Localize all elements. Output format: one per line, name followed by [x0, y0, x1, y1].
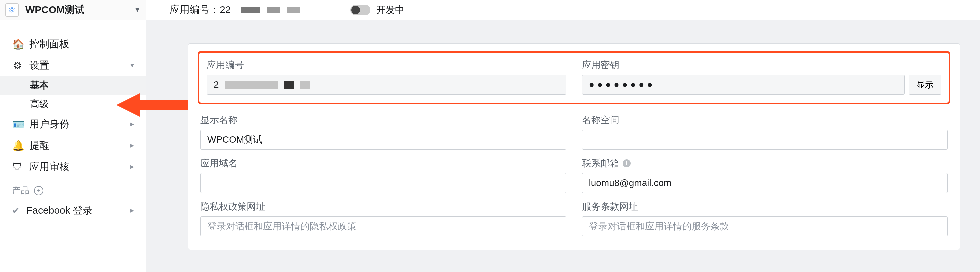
app-secret-readonly[interactable]: ●●●●●●●●	[582, 75, 905, 94]
top-header: ⚛ WPCOM测试 ▼ 应用编号：22 开发中	[0, 0, 980, 20]
dev-mode-toggle[interactable]	[350, 5, 370, 15]
sidebar-sub-label: 基本	[30, 79, 49, 92]
credentials-highlight: 应用编号 2 应用密钥 ●●●●●●●● 显示	[197, 51, 950, 104]
sidebar-item-alerts[interactable]: 🔔 提醒 ▸	[0, 135, 146, 156]
sidebar-label: Facebook 登录	[26, 204, 93, 217]
check-circle-icon: ✔	[12, 205, 20, 216]
settings-panel: 应用编号 2 应用密钥 ●●●●●●●● 显示	[188, 43, 960, 250]
shield-icon: 🛡	[12, 161, 22, 172]
sidebar-products-heading: 产品 +	[0, 178, 146, 200]
field-app-domain: 应用域名	[200, 157, 566, 193]
main-content: 应用编号 2 应用密钥 ●●●●●●●● 显示	[146, 20, 980, 272]
sidebar-label: 控制面板	[29, 37, 69, 51]
sidebar-item-dashboard[interactable]: 🏠 控制面板	[0, 34, 146, 55]
expand-icon: ▸	[130, 141, 134, 150]
sidebar-item-user-identity[interactable]: 🪪 用户身份 ▸	[0, 114, 146, 135]
info-icon[interactable]: i	[623, 159, 631, 167]
field-namespace: 名称空间	[582, 114, 948, 150]
form-rows: 显示名称 WPCOM测试 名称空间 应用域名 联系邮	[200, 114, 948, 236]
app-selector[interactable]: ⚛ WPCOM测试 ▼	[0, 0, 146, 20]
sidebar-sub-advanced[interactable]: 高级	[0, 94, 146, 114]
contact-email-input[interactable]: luomu8@gmail.com	[582, 173, 948, 193]
bell-icon: 🔔	[12, 140, 22, 151]
display-name-input[interactable]: WPCOM测试	[200, 130, 566, 150]
app-secret-field-label: 应用密钥	[582, 59, 942, 71]
expand-icon: ▸	[130, 206, 134, 215]
app-domain-label: 应用域名	[200, 157, 566, 170]
app-logo-icon: ⚛	[5, 3, 19, 17]
expand-icon: ▸	[130, 162, 134, 171]
app-id-readonly[interactable]: 2	[207, 75, 566, 94]
sidebar-item-app-review[interactable]: 🛡 应用审核 ▸	[0, 156, 146, 178]
privacy-url-label: 隐私权政策网址	[200, 200, 566, 213]
app-id-label: 应用编号：22	[170, 3, 231, 17]
top-bar-info: 应用编号：22 开发中	[146, 3, 404, 17]
field-privacy-url: 隐私权政策网址 登录对话框和应用详情的隐私权政策	[200, 200, 566, 236]
privacy-url-input[interactable]: 登录对话框和应用详情的隐私权政策	[200, 216, 566, 236]
sidebar-label: 用户身份	[29, 117, 69, 131]
app-id-redacted	[240, 7, 301, 13]
mode-toggle-wrap: 开发中	[350, 4, 404, 16]
tos-url-label: 服务条款网址	[582, 200, 948, 213]
sidebar: 🏠 控制面板 ⚙ 设置 ▾ 基本 高级 🪪 用户身份 ▸ 🔔 提醒 ▸ 🛡 应用…	[0, 20, 146, 272]
app-domain-input[interactable]	[200, 173, 566, 193]
user-badge-icon: 🪪	[12, 118, 22, 130]
contact-email-label: 联系邮箱 i	[582, 157, 948, 170]
sidebar-sub-basic[interactable]: 基本	[0, 76, 146, 94]
display-name-label: 显示名称	[200, 114, 566, 126]
contact-email-label-text: 联系邮箱	[582, 157, 619, 170]
sidebar-sub-label: 高级	[30, 98, 49, 110]
app-id-field-label: 应用编号	[207, 59, 566, 71]
field-app-secret: 应用密钥 ●●●●●●●● 显示	[582, 59, 942, 94]
app-id-prefix: 22	[220, 4, 231, 15]
namespace-input[interactable]	[582, 130, 948, 150]
sidebar-label: 设置	[29, 59, 49, 72]
field-app-id: 应用编号 2	[207, 59, 566, 94]
namespace-label: 名称空间	[582, 114, 948, 126]
caret-down-icon: ▼	[134, 6, 141, 14]
show-secret-button[interactable]: 显示	[909, 75, 942, 94]
app-name: WPCOM测试	[25, 3, 134, 17]
collapse-icon: ▾	[130, 61, 134, 70]
app-id-visible-digit: 2	[213, 79, 219, 90]
add-product-icon[interactable]: +	[34, 186, 43, 195]
home-icon: 🏠	[12, 38, 22, 50]
sidebar-label: 应用审核	[29, 160, 69, 174]
app-id-label-text: 应用编号：	[170, 4, 220, 15]
expand-icon: ▸	[130, 120, 134, 128]
field-display-name: 显示名称 WPCOM测试	[200, 114, 566, 150]
gear-icon: ⚙	[12, 60, 22, 71]
tos-url-input[interactable]: 登录对话框和应用详情的服务条款	[582, 216, 948, 236]
sidebar-item-settings[interactable]: ⚙ 设置 ▾	[0, 55, 146, 76]
field-tos-url: 服务条款网址 登录对话框和应用详情的服务条款	[582, 200, 948, 236]
sidebar-item-facebook-login[interactable]: ✔ Facebook 登录 ▸	[0, 200, 146, 221]
field-contact-email: 联系邮箱 i luomu8@gmail.com	[582, 157, 948, 193]
sidebar-label: 提醒	[29, 139, 49, 152]
mode-label: 开发中	[376, 4, 404, 16]
products-text: 产品	[12, 185, 29, 196]
